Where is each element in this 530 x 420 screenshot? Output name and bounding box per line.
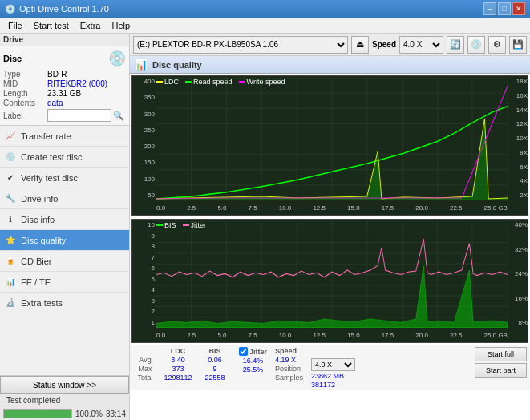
menu-extra[interactable]: Extra xyxy=(75,19,106,32)
menu-bar: File Start test Extra Help xyxy=(0,18,530,34)
avg-speed: 4.19 X xyxy=(275,356,303,364)
max-jitter: 25.5% xyxy=(239,365,267,374)
time-display: 33:14 xyxy=(106,410,126,418)
contents-label: Contents xyxy=(3,99,47,107)
chart-header: 📊 Disc quality xyxy=(130,56,530,74)
sidebar: Drive Disc 💿 Type BD-R MID RITEKBR2 (000… xyxy=(0,34,130,420)
jitter-checkbox[interactable] xyxy=(239,347,248,356)
drive-selector[interactable]: (E:) PLEXTOR BD-R PX-LB950SA 1.06 xyxy=(133,36,348,54)
nav-transfer-rate-label: Transfer rate xyxy=(21,131,71,141)
bottom-chart-canvas xyxy=(156,221,508,328)
drive-section: Drive xyxy=(0,34,129,46)
nav-extra-tests[interactable]: 🔬 Extra tests xyxy=(0,293,129,313)
status-bar: Status window >> Test completed 100.0% 3… xyxy=(0,375,129,420)
disc-info-icon: ℹ xyxy=(5,214,16,225)
top-y-axis-left: 400 350 300 250 200 150 100 50 xyxy=(132,76,156,199)
top-chart-canvas xyxy=(156,78,508,200)
max-label: Max xyxy=(133,365,157,373)
speed-selector[interactable]: 4.0 X xyxy=(399,36,443,54)
start-full-button[interactable]: Start full xyxy=(475,347,527,361)
action-buttons: Start full Start part xyxy=(475,347,527,378)
position-value: 23862 MB xyxy=(311,372,355,380)
contents-value: data xyxy=(47,99,63,107)
avg-ldc: 3.40 xyxy=(159,356,197,364)
disc-button[interactable]: 💿 xyxy=(467,36,485,54)
minimize-button[interactable]: ─ xyxy=(483,2,496,15)
menu-file[interactable]: File xyxy=(3,19,27,32)
settings-button[interactable]: ⚙ xyxy=(488,36,506,54)
disc-panel: Disc 💿 Type BD-R MID RITEKBR2 (000) Leng… xyxy=(0,46,129,126)
samples-label: Samples xyxy=(275,374,303,382)
ldc-header: LDC xyxy=(159,347,197,355)
nav-verify-test-disc-label: Verify test disc xyxy=(21,173,78,183)
stats-row: LDC BIS Avg 3.40 0.06 Max 373 9 Total 12… xyxy=(130,345,530,390)
extra-tests-icon: 🔬 xyxy=(5,297,16,309)
verify-test-disc-icon: ✔ xyxy=(5,172,16,184)
content-area: (E:) PLEXTOR BD-R PX-LB950SA 1.06 ⏏ Spee… xyxy=(130,34,530,420)
nav-drive-info-label: Drive info xyxy=(21,194,58,204)
nav-transfer-rate[interactable]: 📈 Transfer rate xyxy=(0,126,129,147)
speed-stats-header: Speed xyxy=(275,347,303,355)
speed-final-select[interactable]: 4.0 X xyxy=(311,358,355,371)
progress-bar-fill xyxy=(4,410,71,418)
type-value: BD-R xyxy=(47,70,67,79)
nav-section: 📈 Transfer rate 💿 Create test disc ✔ Ver… xyxy=(0,126,129,375)
menu-start-test[interactable]: Start test xyxy=(29,19,74,32)
title-bar-text: Opti Drive Control 1.70 xyxy=(19,4,109,14)
close-button[interactable]: ✕ xyxy=(512,2,525,15)
nav-disc-quality-label: Disc quality xyxy=(21,236,66,245)
start-part-button[interactable]: Start part xyxy=(475,363,527,378)
title-bar: 💿 Opti Drive Control 1.70 ─ □ ✕ xyxy=(0,0,530,18)
label-edit-icon[interactable]: 🔍 xyxy=(113,111,124,121)
nav-disc-info-label: Disc info xyxy=(21,215,55,224)
chart-title: Disc quality xyxy=(152,60,202,70)
total-label: Total xyxy=(133,374,157,382)
jitter-section: Jitter 16.4% 25.5% xyxy=(239,347,267,374)
length-value: 23.31 GB xyxy=(47,89,81,98)
label-input[interactable] xyxy=(47,109,111,122)
top-chart-svg xyxy=(156,78,508,200)
eject-button[interactable]: ⏏ xyxy=(351,36,369,54)
nav-drive-info[interactable]: 🔧 Drive info xyxy=(0,188,129,209)
top-y-axis-right: 18X 16X 14X 12X 10X 8X 6X 4X 2X xyxy=(508,76,528,199)
nav-extra-tests-label: Extra tests xyxy=(21,298,63,308)
speed-icon[interactable]: 🔄 xyxy=(447,36,464,54)
nav-fe-te-label: FE / TE xyxy=(21,277,51,287)
top-chart: LDC Read speed Write speed 400 350 300 2… xyxy=(131,75,528,216)
mid-value: RITEKBR2 (000) xyxy=(47,79,107,88)
nav-disc-info[interactable]: ℹ Disc info xyxy=(0,209,129,230)
speed-selector-display: 4.0 X xyxy=(311,358,355,371)
bottom-y-axis-right: 40% 32% 24% 16% 8% xyxy=(508,220,528,326)
bottom-y-axis-left: 10 9 8 7 6 5 4 3 2 1 xyxy=(132,220,156,326)
total-bis: 22558 xyxy=(199,374,231,382)
samples-value: 381172 xyxy=(311,381,355,389)
progress-percent: 100.0% xyxy=(75,410,103,418)
nav-fe-te[interactable]: 📊 FE / TE xyxy=(0,272,129,293)
nav-cd-bier[interactable]: 🍺 CD Bier xyxy=(0,251,129,272)
bottom-x-axis: 0.0 2.5 5.0 7.5 10.0 12.5 15.0 17.5 20.0… xyxy=(156,328,508,342)
avg-jitter: 16.4% xyxy=(239,357,267,365)
jitter-header: Jitter xyxy=(249,348,267,356)
maximize-button[interactable]: □ xyxy=(498,2,511,15)
create-test-disc-icon: 💿 xyxy=(5,151,16,163)
save-button[interactable]: 💾 xyxy=(509,36,527,54)
avg-label: Avg xyxy=(133,356,157,364)
total-ldc: 1298112 xyxy=(159,374,197,382)
nav-create-test-disc[interactable]: 💿 Create test disc xyxy=(0,147,129,168)
nav-verify-test-disc[interactable]: ✔ Verify test disc xyxy=(0,168,129,188)
top-x-axis: 0.0 2.5 5.0 7.5 10.0 12.5 15.0 17.5 20.0… xyxy=(156,200,508,215)
app-icon: 💿 xyxy=(5,4,16,14)
nav-create-test-disc-label: Create test disc xyxy=(21,152,82,162)
bis-header: BIS xyxy=(199,347,231,355)
drive-label: Drive xyxy=(3,35,23,44)
menu-help[interactable]: Help xyxy=(107,19,135,32)
bottom-chart-svg xyxy=(156,221,508,328)
type-label: Type xyxy=(3,70,47,79)
progress-bar xyxy=(3,409,72,418)
status-text: Test completed xyxy=(3,395,63,406)
position-label: Position xyxy=(275,365,303,373)
speed-label: Speed xyxy=(372,40,396,49)
nav-disc-quality[interactable]: ⭐ Disc quality xyxy=(0,230,129,251)
status-window-button[interactable]: Status window >> xyxy=(0,376,129,394)
transfer-rate-icon: 📈 xyxy=(5,131,16,142)
